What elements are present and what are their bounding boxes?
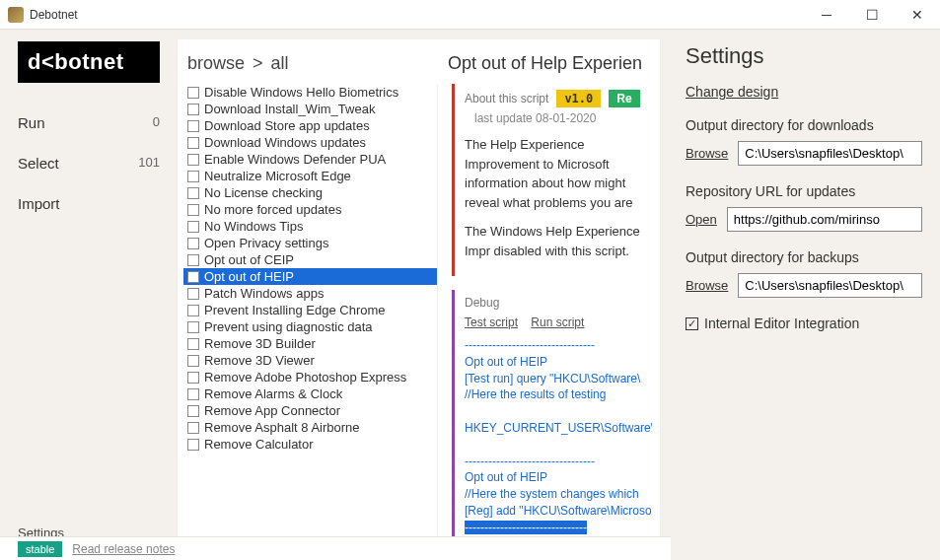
list-item[interactable]: Opt out of HEIP: [183, 268, 437, 285]
checkbox-icon[interactable]: [187, 305, 199, 316]
maximize-button[interactable]: ☐: [849, 0, 895, 29]
list-item[interactable]: Remove App Connector: [183, 402, 437, 419]
checkbox-icon[interactable]: [187, 171, 199, 182]
run-script-link[interactable]: Run script: [531, 315, 584, 329]
settings-title: Settings: [686, 43, 922, 69]
sidebar-item-run[interactable]: Run0: [18, 103, 160, 143]
debug-links: Test script Run script: [465, 315, 652, 329]
checkbox-icon[interactable]: [187, 104, 199, 115]
list-item[interactable]: Download Windows updates: [183, 134, 437, 151]
about-date: last update 08-01-2020: [474, 111, 652, 125]
about-title: About this script: [465, 92, 548, 105]
list-item-label: Enable Windows Defender PUA: [204, 152, 386, 167]
settings-action-link[interactable]: Browse: [686, 146, 728, 161]
list-item-label: Prevent using diagnostic data: [204, 319, 373, 334]
list-item[interactable]: Remove Adobe Photoshop Express: [183, 369, 437, 385]
sidebar-item-label: Select: [18, 155, 59, 172]
settings-group: Output directory for backups Browse C:\U…: [686, 249, 922, 298]
script-list[interactable]: Disable Windows Hello BiometricsDownload…: [183, 84, 438, 550]
checkbox-icon[interactable]: [187, 388, 199, 400]
breadcrumb-browse[interactable]: browse: [187, 53, 245, 74]
settings-action-link[interactable]: Open: [686, 212, 717, 227]
list-item[interactable]: No more forced updates: [183, 201, 437, 218]
internal-editor-checkbox[interactable]: ✓ Internal Editor Integration: [686, 315, 922, 331]
titlebar: Debotnet ─ ☐ ✕: [0, 0, 940, 30]
content-body: Disable Windows Hello BiometricsDownload…: [178, 84, 660, 550]
list-item[interactable]: Neutralize Microsoft Edge: [183, 168, 437, 184]
list-item[interactable]: Remove Alarms & Clock: [183, 385, 437, 402]
list-item[interactable]: Download Install_Wim_Tweak: [183, 101, 437, 117]
checkbox-icon[interactable]: [187, 254, 199, 266]
list-item[interactable]: Prevent Installing Edge Chrome: [183, 302, 437, 318]
list-item-label: Remove App Connector: [204, 403, 340, 418]
settings-path-input[interactable]: C:\Users\snapfiles\Desktop\: [738, 141, 922, 166]
checkbox-icon[interactable]: [187, 187, 199, 199]
list-item[interactable]: No License checking: [183, 184, 437, 201]
checkbox-icon[interactable]: [187, 338, 199, 350]
list-item-label: Remove Asphalt 8 Airborne: [204, 420, 360, 435]
checkbox-icon[interactable]: [187, 238, 199, 249]
checkbox-icon[interactable]: [187, 355, 199, 367]
list-item-label: No more forced updates: [204, 202, 341, 217]
checkbox-icon[interactable]: [187, 439, 199, 451]
about-box: About this script v1.0 Re last update 08…: [452, 84, 652, 276]
list-item[interactable]: Remove 3D Viewer: [183, 352, 437, 369]
list-item[interactable]: Patch Windows apps: [183, 285, 437, 302]
window-title: Debotnet: [30, 8, 804, 22]
close-button[interactable]: ✕: [895, 0, 940, 29]
checkbox-icon[interactable]: [187, 154, 199, 166]
settings-action-link[interactable]: Browse: [686, 278, 728, 293]
settings-panel: Settings Change design Output directory …: [668, 30, 940, 560]
checkbox-icon[interactable]: [187, 87, 199, 99]
checkbox-icon[interactable]: [187, 137, 199, 149]
list-item[interactable]: Prevent using diagnostic data: [183, 318, 437, 335]
checkbox-icon[interactable]: [187, 321, 199, 333]
list-item-label: Opt out of CEIP: [204, 252, 294, 267]
list-item-label: Open Privacy settings: [204, 236, 328, 250]
settings-path-input[interactable]: https://github.com/mirinso: [727, 207, 922, 232]
list-item-label: No License checking: [204, 185, 323, 200]
test-script-link[interactable]: Test script: [465, 315, 518, 329]
release-notes-link[interactable]: Read release notes: [72, 542, 175, 556]
breadcrumb-all[interactable]: all: [271, 53, 289, 74]
checkbox-icon[interactable]: [187, 288, 199, 300]
checkbox-icon[interactable]: [187, 221, 199, 233]
checkbox-icon[interactable]: [187, 422, 199, 434]
checkbox-icon[interactable]: [187, 271, 199, 283]
list-item[interactable]: Enable Windows Defender PUA: [183, 151, 437, 168]
checkbox-icon[interactable]: [187, 204, 199, 216]
list-item[interactable]: Remove Asphalt 8 Airborne: [183, 419, 437, 436]
list-item-label: Download Store app updates: [204, 118, 370, 133]
checkbox-icon[interactable]: [187, 405, 199, 417]
main: d<botnet Run0Select101Import Settings br…: [0, 30, 940, 560]
sidebar-item-label: Run: [18, 114, 45, 131]
sidebar-item-import[interactable]: Import: [18, 183, 160, 224]
list-item[interactable]: Download Store app updates: [183, 117, 437, 134]
minimize-button[interactable]: ─: [804, 0, 849, 29]
change-design-link[interactable]: Change design: [686, 84, 778, 100]
release-badge[interactable]: Re: [609, 90, 639, 107]
list-item[interactable]: Opt out of CEIP: [183, 251, 437, 268]
list-item[interactable]: Remove Calculator: [183, 436, 437, 453]
window-controls: ─ ☐ ✕: [804, 0, 940, 29]
about-description: The Help Experience Improvement to Micro…: [465, 135, 652, 260]
page-title: Opt out of Help Experien: [448, 53, 642, 74]
sidebar-item-select[interactable]: Select101: [18, 143, 160, 183]
chevron-right-icon: >: [253, 53, 263, 74]
checkbox-icon[interactable]: [187, 120, 199, 132]
list-item-label: Remove Calculator: [204, 437, 314, 452]
logo: d<botnet: [18, 41, 160, 83]
list-item[interactable]: Disable Windows Hello Biometrics: [183, 84, 437, 101]
debug-output[interactable]: --------------------------------- Opt ou…: [465, 337, 652, 536]
details-panel: About this script v1.0 Re last update 08…: [438, 84, 660, 550]
list-item[interactable]: Open Privacy settings: [183, 235, 437, 251]
settings-path-input[interactable]: C:\Users\snapfiles\Desktop\: [738, 273, 922, 298]
list-item-label: Remove 3D Builder: [204, 336, 316, 351]
list-item-label: Patch Windows apps: [204, 286, 324, 301]
list-item[interactable]: Remove 3D Builder: [183, 335, 437, 352]
checkbox-icon[interactable]: [187, 372, 199, 384]
version-badge: v1.0: [556, 90, 601, 107]
list-item-label: Remove Adobe Photoshop Express: [204, 370, 406, 385]
list-item[interactable]: No Windows Tips: [183, 218, 437, 235]
sidebar-item-count: 101: [138, 155, 160, 172]
